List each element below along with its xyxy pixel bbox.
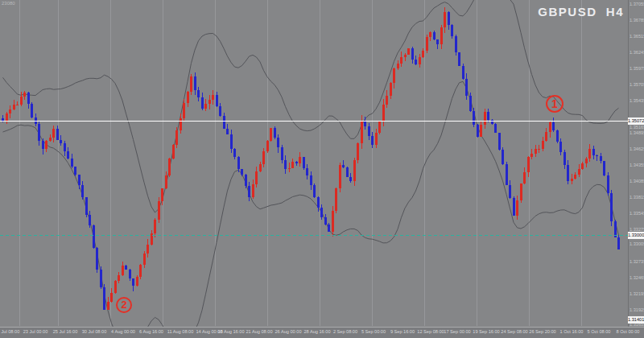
time-axis-label: 2 Sep 08:00 bbox=[332, 329, 359, 334]
price-axis-label: 1.34355 bbox=[630, 163, 640, 167]
time-axis-label: 23 Jul 00:00 bbox=[22, 329, 49, 334]
time-axis-label: 19 Sep 16:00 bbox=[473, 329, 500, 334]
time-axis-label: 5 Oct 08:00 bbox=[585, 329, 613, 334]
time-axis-label: 18 Aug 16:00 bbox=[217, 329, 245, 334]
price-axis-label: 1.35975 bbox=[630, 66, 640, 71]
time-axis-label: 26 Aug 00:00 bbox=[275, 329, 302, 334]
white-resistance-line-price-label: 1.35072 bbox=[628, 117, 644, 125]
annotation-circle-1[interactable]: 1 bbox=[546, 95, 564, 113]
time-axis-label: 24 Sep 08:00 bbox=[501, 329, 528, 334]
price-axis-label: 1.32735 bbox=[630, 259, 640, 264]
price-axis-label: 1.32195 bbox=[630, 291, 640, 296]
time-axis-label: 12 Sep 08:00 bbox=[417, 329, 444, 334]
watermark-id: 23080 bbox=[2, 1, 15, 6]
bollinger-bands bbox=[3, 0, 619, 338]
time-axis-label: 1 Oct 16:00 bbox=[558, 329, 585, 334]
price-axis-label: 1.35165 bbox=[630, 125, 640, 130]
time-axis-label: 8 Oct 00:00 bbox=[614, 329, 642, 334]
price-axis-label: 1.36515 bbox=[630, 34, 640, 39]
price-axis-label: 1.32465 bbox=[630, 275, 640, 280]
chart-window: 23080 GBPUSD H4 1.370551.367851.365151.3… bbox=[0, 0, 644, 338]
time-axis-label: 11 Aug 08:00 bbox=[167, 329, 194, 334]
time-axis-label: 17 Sep 00:00 bbox=[444, 329, 471, 334]
price-axis-label: 1.36245 bbox=[630, 50, 640, 55]
time-axis-label: 18 Jul 08:00 bbox=[0, 329, 21, 334]
price-axis-label: 1.33545 bbox=[630, 211, 640, 216]
time-axis-label: 6 Aug 16:00 bbox=[138, 329, 165, 334]
price-axis-label: 1.34085 bbox=[630, 179, 640, 183]
candlesticks bbox=[2, 7, 620, 310]
price-axis-label: 1.37055 bbox=[630, 2, 640, 6]
time-axis-label: 4 Aug 00:00 bbox=[109, 329, 137, 334]
price-axis-label: 1.34625 bbox=[630, 146, 640, 151]
price-axis-label: 1.36785 bbox=[630, 18, 640, 23]
teal-level-line-price-label: 1.33000 bbox=[628, 232, 644, 239]
time-axis-label: 5 Sep 00:00 bbox=[360, 329, 387, 334]
price-axis-label: 1.31925 bbox=[630, 307, 640, 312]
price-axis-separator bbox=[628, 0, 629, 327]
price-axis-label: 1.35435 bbox=[630, 98, 640, 103]
time-axis-label: 30 Jul 08:00 bbox=[80, 329, 108, 334]
time-axis-label: 25 Jul 16:00 bbox=[52, 329, 79, 334]
price-axis-label: 1.34895 bbox=[630, 130, 640, 135]
time-axis-label: 21 Aug 08:00 bbox=[246, 329, 273, 334]
price-axis-label: 1.33005 bbox=[630, 241, 640, 246]
time-axis-label: 9 Sep 16:00 bbox=[389, 329, 416, 334]
time-axis-label: 26 Sep 20:00 bbox=[529, 329, 556, 334]
price-axis-label: 1.35705 bbox=[630, 82, 640, 87]
time-axis-label: 28 Aug 16:00 bbox=[303, 329, 331, 334]
chart-title: GBPUSD H4 bbox=[538, 5, 624, 19]
annotation-circle-2[interactable]: 2 bbox=[116, 297, 132, 313]
chart-canvas[interactable] bbox=[0, 0, 644, 338]
offscreen-support-label-price-label: 1.31401 bbox=[628, 316, 644, 324]
price-axis-label: 1.33815 bbox=[630, 195, 640, 200]
